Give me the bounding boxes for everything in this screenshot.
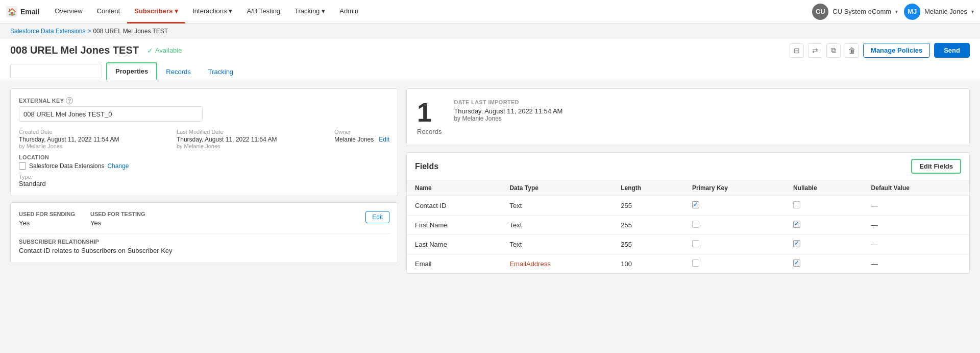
org-selector[interactable]: CU CU System eComm ▾ [812,4,898,20]
col-default-value: Default Value [863,180,969,196]
nav-item-admin[interactable]: Admin [332,0,365,23]
delete-button[interactable]: 🗑 [845,43,859,58]
records-count: 1 [417,99,442,126]
table-row: EmailEmailAddress100— [407,254,969,274]
checkbox-unchecked-icon [692,260,699,267]
date-last-imported-by: by Melanie Jones [454,115,562,122]
columns-button[interactable]: ⇄ [808,43,822,58]
owner-label: Owner [334,129,389,135]
tab-tracking[interactable]: Tracking [200,63,242,80]
tab-records[interactable]: Records [157,63,199,80]
nav-label-interactions: Interactions [192,7,227,15]
field-nullable [785,235,863,254]
field-primary-key [684,254,785,274]
field-default-value: — [863,254,969,274]
fields-title: Fields [415,162,438,171]
records-count-area: 1 Records [417,99,442,135]
properties-card: EXTERNAL KEY ? Created Date Thursday, Au… [10,88,398,196]
checkbox-checked-icon [692,201,699,208]
location-change-link[interactable]: Change [107,162,129,170]
breadcrumb: Salesforce Data Extensions > 008 UREL Me… [0,23,980,39]
nav-item-interactions[interactable]: Interactions ▾ [185,0,239,23]
last-modified-value: Thursday, August 11, 2022 11:54 AM [177,136,328,143]
location-text: Salesforce Data Extensions [29,162,104,170]
top-navigation: 🏠 Email Overview Content Subscribers ▾ I… [0,0,980,23]
checkbox-unchecked-icon [692,221,699,228]
left-panel: EXTERNAL KEY ? Created Date Thursday, Au… [10,88,398,274]
field-nullable [785,254,863,274]
fields-table: Name Data Type Length Primary Key Nullab… [407,180,969,273]
nav-item-content[interactable]: Content [90,0,128,23]
help-icon[interactable]: ? [66,97,73,104]
send-test-edit-button[interactable]: Edit [365,211,389,223]
tab-properties[interactable]: Properties [106,62,157,80]
chevron-down-icon: ▾ [175,7,178,15]
col-name: Name [407,180,501,196]
field-nullable [785,196,863,216]
fields-header: Fields Edit Fields [407,153,969,180]
location-checkbox-icon [19,162,26,170]
owner-edit-link[interactable]: Edit [379,136,389,143]
user-name: Melanie Jones [924,8,967,15]
manage-policies-button[interactable]: Manage Policies [863,43,930,58]
tab-properties-label: Properties [115,67,148,75]
status-text: Available [155,46,182,54]
owner-value: Melanie Jones Edit [334,136,389,143]
nav-item-subscribers[interactable]: Subscribers ▾ [127,0,185,23]
field-length: 100 [612,254,684,274]
col-nullable: Nullable [785,180,863,196]
nav-label-admin: Admin [339,7,358,15]
nav-right-area: CU CU System eComm ▾ MJ Melanie Jones ▾ [812,4,974,20]
org-avatar: CU [812,4,828,20]
page-title: 008 UREL Mel Jones TEST [10,44,139,56]
field-primary-key [684,196,785,216]
external-key-input[interactable] [19,106,203,122]
breadcrumb-parent[interactable]: Salesforce Data Extensions [10,28,85,35]
checkbox-checked-icon [793,240,800,247]
field-data-type: Text [501,216,612,235]
nav-label-overview: Overview [55,7,82,15]
fields-card: Fields Edit Fields Name Data Type Length… [406,152,970,274]
col-primary-key: Primary Key [684,180,785,196]
created-date-value: Thursday, August 11, 2022 11:54 AM [19,136,170,143]
table-row: Contact IDText255— [407,196,969,216]
breadcrumb-separator: > [87,28,91,35]
table-row: First NameText255— [407,216,969,235]
field-name: Last Name [407,235,501,254]
used-for-testing-value: Yes [90,219,162,227]
field-name: Email [407,254,501,274]
user-menu[interactable]: MJ Melanie Jones ▾ [904,4,974,20]
subscriber-rel-label: SUBSCRIBER RELATIONSHIP [19,239,389,245]
user-chevron-icon: ▾ [971,9,974,14]
used-for-sending-label: USED FOR SENDING [19,211,90,217]
field-default-value: — [863,235,969,254]
field-data-type: Text [501,196,612,216]
copy-button[interactable]: ⧉ [826,43,841,58]
user-avatar: MJ [904,4,920,20]
created-date-col: Created Date Thursday, August 11, 2022 1… [19,129,170,149]
field-data-type: EmailAddress [501,254,612,274]
tabs-row: Properties Records Tracking [10,62,970,80]
chevron-down-icon: ▾ [229,7,232,15]
edit-fields-button[interactable]: Edit Fields [911,159,961,174]
status-badge: ✓ Available [147,46,182,55]
last-modified-label: Last Modified Date [177,129,328,135]
subscriber-relationship-section: SUBSCRIBER RELATIONSHIP Contact ID relat… [19,233,389,254]
col-length: Length [612,180,684,196]
table-row: Last NameText255— [407,235,969,254]
filter-button[interactable]: ⊟ [790,43,804,58]
tab-tracking-label: Tracking [208,68,233,76]
nav-item-overview[interactable]: Overview [47,0,89,23]
checkbox-unchecked-icon [793,201,800,208]
subheader-right: ⊟ ⇄ ⧉ 🗑 Manage Policies Send [790,43,970,58]
send-test-card: USED FOR SENDING Yes USED FOR TESTING Ye… [10,202,398,263]
nav-item-tracking[interactable]: Tracking ▾ [287,0,332,23]
field-length: 255 [612,235,684,254]
field-name: Contact ID [407,196,501,216]
nav-label-subscribers: Subscribers [134,7,173,15]
checkbox-unchecked-icon [692,240,699,247]
app-logo[interactable]: 🏠 Email [6,6,39,17]
send-button[interactable]: Send [934,43,970,58]
search-input[interactable] [10,64,102,78]
nav-item-ab-testing[interactable]: A/B Testing [239,0,287,23]
